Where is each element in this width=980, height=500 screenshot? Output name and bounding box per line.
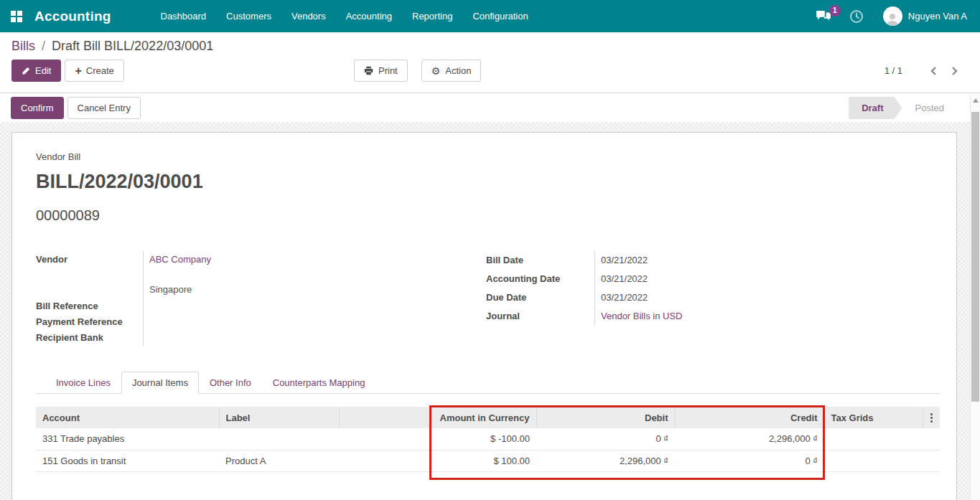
col-account[interactable]: Account	[36, 407, 219, 428]
tab-journal-items[interactable]: Journal Items	[121, 372, 199, 394]
vertical-dots-icon	[930, 413, 934, 423]
journal-label: Journal	[486, 307, 595, 326]
notebook-tabs: Invoice Lines Journal Items Other Info C…	[36, 372, 941, 394]
gear-icon: ⚙	[431, 66, 441, 76]
user-name: Nguyen Van A	[908, 11, 967, 22]
bill-reference-label: Bill Reference	[36, 298, 144, 314]
col-credit[interactable]: Credit	[675, 407, 824, 428]
scrollbar-up-arrow-icon[interactable]	[973, 98, 979, 103]
apps-menu-icon[interactable]	[11, 11, 22, 22]
table-row[interactable]: 151 Goods in transit Product A $ 100.00 …	[36, 450, 940, 471]
table-row[interactable]: 331 Trade payables $ -100.00 0 ₫ 2,296,0…	[36, 428, 940, 450]
journal-in-text: in	[653, 311, 660, 321]
edit-button[interactable]: Edit	[11, 60, 61, 82]
message-count-badge: 1	[829, 5, 841, 16]
accounting-date-label: Accounting Date	[486, 270, 595, 288]
recipient-bank-label: Recipient Bank	[36, 330, 144, 346]
field-group-right: Bill Date 03/21/2022 Accounting Date 03/…	[486, 251, 941, 346]
activities-clock-icon[interactable]	[850, 10, 863, 23]
stage-widget: Draft Posted	[849, 97, 957, 119]
document-number: BILL/2022/03/0001	[36, 171, 941, 193]
table-header-row: Account Label Amount in Currency Debit C…	[36, 407, 940, 428]
bill-date-label: Bill Date	[486, 251, 595, 270]
menu-dashboard[interactable]: Dashboard	[154, 0, 213, 32]
col-label[interactable]: Label	[219, 407, 339, 428]
journal-items-table: Account Label Amount in Currency Debit C…	[36, 407, 940, 472]
due-date-value[interactable]: 03/21/2022	[595, 288, 648, 307]
menu-accounting[interactable]: Accounting	[340, 0, 398, 32]
col-empty	[339, 407, 429, 428]
column-options-button[interactable]	[923, 407, 940, 428]
col-debit[interactable]: Debit	[536, 407, 675, 428]
pager-previous-icon[interactable]	[923, 63, 944, 79]
tab-other-info[interactable]: Other Info	[199, 372, 262, 394]
scrollbar-thumb[interactable]	[971, 112, 979, 402]
print-button[interactable]: Print	[354, 60, 408, 82]
cancel-entry-button[interactable]: Cancel Entry	[67, 97, 141, 119]
bill-date-value[interactable]: 03/21/2022	[595, 251, 648, 270]
printer-icon	[364, 66, 373, 75]
avatar	[883, 6, 902, 26]
bill-reference-value[interactable]	[144, 298, 149, 314]
tab-counterparts-mapping[interactable]: Counterparts Mapping	[262, 372, 376, 394]
journal-currency-link[interactable]: USD	[663, 311, 682, 321]
messages-icon[interactable]: 1	[816, 10, 831, 22]
field-group-left: Vendor ABC Company Singapore Bill Refere…	[36, 251, 438, 346]
vertical-scrollbar[interactable]	[970, 94, 980, 500]
app-title[interactable]: Accounting	[34, 9, 111, 24]
col-amount-in-currency[interactable]: Amount in Currency	[429, 407, 536, 428]
document-reference: 00000089	[36, 207, 941, 224]
stage-draft[interactable]: Draft	[849, 97, 902, 119]
payment-reference-value[interactable]	[144, 314, 149, 330]
pager: 1 / 1	[885, 63, 966, 79]
status-bar: Confirm Cancel Entry Draft Posted	[0, 94, 980, 122]
breadcrumb-separator: /	[39, 39, 48, 53]
top-menu: Dashboard Customers Vendors Accounting R…	[151, 0, 538, 32]
create-button[interactable]: + Create	[65, 60, 123, 82]
breadcrumb-current: Draft Bill BILL/2022/03/0001	[52, 39, 213, 53]
form-view-background: Vendor Bill BILL/2022/03/0001 00000089 V…	[0, 122, 980, 500]
breadcrumb: Bills / Draft Bill BILL/2022/03/0001	[11, 32, 969, 54]
action-button[interactable]: ⚙ Action	[421, 60, 482, 82]
due-date-label: Due Date	[486, 288, 595, 307]
vendor-label: Vendor	[36, 251, 144, 268]
col-tax-grids[interactable]: Tax Grids	[824, 407, 923, 428]
user-menu[interactable]: Nguyen Van A	[883, 6, 967, 26]
tab-invoice-lines[interactable]: Invoice Lines	[45, 372, 121, 394]
pager-next-icon[interactable]	[944, 63, 966, 79]
menu-configuration[interactable]: Configuration	[466, 0, 534, 32]
menu-vendors[interactable]: Vendors	[285, 0, 332, 32]
vendor-value-link[interactable]: ABC Company	[144, 251, 211, 268]
journal-value-link[interactable]: Vendor Bills	[601, 311, 650, 321]
pencil-icon	[22, 67, 30, 75]
journal-items-table-wrap: Account Label Amount in Currency Debit C…	[36, 407, 941, 472]
stage-posted[interactable]: Posted	[902, 97, 957, 119]
accounting-date-value[interactable]: 03/21/2022	[595, 270, 648, 288]
top-nav-bar: Accounting Dashboard Customers Vendors A…	[0, 0, 980, 32]
plus-icon: +	[75, 65, 81, 77]
confirm-button[interactable]: Confirm	[11, 97, 64, 119]
vendor-city: Singapore	[144, 281, 192, 298]
breadcrumb-bills-link[interactable]: Bills	[11, 39, 35, 53]
payment-reference-label: Payment Reference	[36, 314, 144, 330]
document-type-label: Vendor Bill	[36, 151, 941, 162]
recipient-bank-value[interactable]	[144, 330, 149, 346]
menu-reporting[interactable]: Reporting	[406, 0, 459, 32]
pager-value: 1 / 1	[885, 65, 902, 76]
menu-customers[interactable]: Customers	[220, 0, 278, 32]
control-panel: Bills / Draft Bill BILL/2022/03/0001 Edi…	[0, 32, 980, 93]
document-sheet: Vendor Bill BILL/2022/03/0001 00000089 V…	[11, 132, 957, 500]
